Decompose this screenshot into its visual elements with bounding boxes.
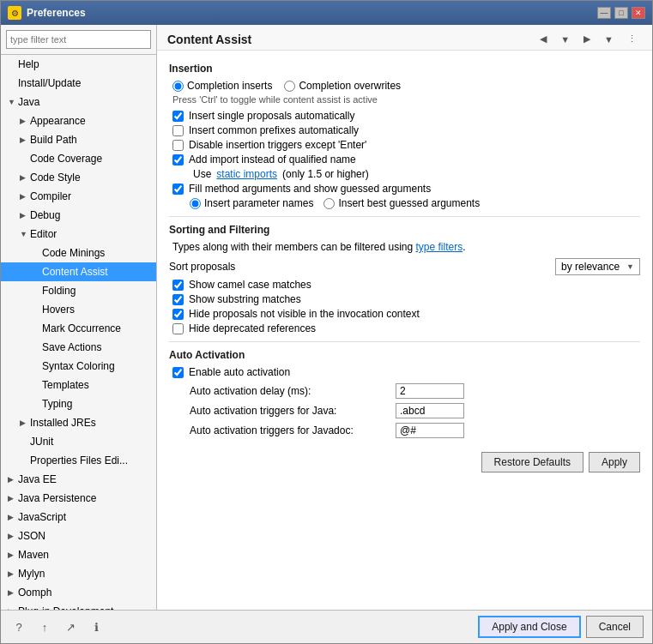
- nav-menu-button[interactable]: ⋮: [622, 32, 642, 46]
- sort-dropdown[interactable]: by relevance ▼: [555, 258, 640, 275]
- insert-common-checkbox[interactable]: [172, 125, 184, 136]
- hide-deprecated-label[interactable]: Hide deprecated references: [189, 322, 316, 334]
- info-icon-button[interactable]: ℹ: [87, 617, 106, 636]
- fill-method-checkbox[interactable]: [172, 184, 184, 195]
- hide-invisible-checkbox[interactable]: [172, 309, 184, 320]
- disable-insertion-row: Disable insertion triggers except 'Enter…: [172, 139, 640, 151]
- maximize-button[interactable]: □: [614, 7, 628, 19]
- bottom-bar: ? ↑ ↗ ℹ Apply and Close Cancel: [1, 610, 652, 643]
- aa-java-label: Auto activation triggers for Java:: [190, 405, 396, 417]
- camel-case-row: Show camel case matches: [172, 279, 640, 291]
- tree-arrow-build-path: ▶: [20, 132, 30, 147]
- type-filters-link[interactable]: type filters: [415, 241, 463, 253]
- tree-item-hovers[interactable]: Hovers: [1, 300, 156, 319]
- main-content: Help Install/Update▼Java▶Appearance▶Buil…: [1, 25, 652, 610]
- insert-single-checkbox[interactable]: [172, 111, 184, 122]
- tree-item-mylyn[interactable]: ▶Mylyn: [1, 564, 156, 583]
- tree-item-installed-jres[interactable]: ▶Installed JREs: [1, 413, 156, 432]
- tree-item-oomph[interactable]: ▶Oomph: [1, 583, 156, 602]
- tree-label-java: Java: [18, 94, 39, 110]
- hide-deprecated-checkbox[interactable]: [172, 323, 184, 334]
- tree-item-folding[interactable]: Folding: [1, 281, 156, 300]
- param-names-radio[interactable]: [190, 198, 201, 209]
- tree-item-junit[interactable]: JUnit: [1, 432, 156, 451]
- tree-label-javascript: JavaScript: [18, 509, 66, 525]
- disable-insertion-checkbox[interactable]: [172, 140, 184, 151]
- camel-case-checkbox[interactable]: [172, 280, 184, 291]
- restore-defaults-button[interactable]: Restore Defaults: [481, 452, 583, 472]
- tree-item-code-minings[interactable]: Code Minings: [1, 244, 156, 262]
- insert-common-label[interactable]: Insert common prefixes automatically: [189, 124, 359, 136]
- sort-value: by relevance: [561, 261, 620, 273]
- tree-label-build-path: Build Path: [30, 132, 77, 147]
- tree-item-maven[interactable]: ▶Maven: [1, 545, 156, 564]
- tree-item-code-coverage[interactable]: Code Coverage: [1, 149, 156, 168]
- export2-icon-button[interactable]: ↗: [61, 617, 80, 636]
- hide-invisible-row: Hide proposals not visible in the invoca…: [172, 308, 640, 320]
- tree-item-javascript[interactable]: ▶JavaScript: [1, 508, 156, 527]
- title-controls: — □ ✕: [597, 7, 645, 19]
- tree-item-help[interactable]: Help: [1, 55, 156, 74]
- tree-item-code-style[interactable]: ▶Code Style: [1, 168, 156, 187]
- disable-insertion-label[interactable]: Disable insertion triggers except 'Enter…: [189, 139, 366, 151]
- export1-icon-button[interactable]: ↑: [35, 617, 54, 636]
- tree-arrow-plugin-development: ▶: [8, 604, 18, 610]
- tree-item-syntax-coloring[interactable]: Syntax Coloring: [1, 357, 156, 376]
- tree-item-debug[interactable]: ▶Debug: [1, 206, 156, 225]
- apply-and-close-button[interactable]: Apply and Close: [478, 616, 580, 638]
- tree-item-mark-occurrence[interactable]: Mark Occurrence: [1, 319, 156, 338]
- completion-inserts-radio[interactable]: [172, 81, 184, 92]
- tree-item-templates[interactable]: Templates: [1, 376, 156, 394]
- fill-method-label[interactable]: Fill method arguments and show guessed a…: [189, 183, 431, 195]
- static-imports-link[interactable]: static imports: [216, 168, 277, 180]
- help-icon-button[interactable]: ?: [9, 617, 28, 636]
- left-panel: Help Install/Update▼Java▶Appearance▶Buil…: [1, 25, 157, 610]
- best-guessed-label[interactable]: Insert best guessed arguments: [323, 197, 480, 209]
- tree-item-compiler[interactable]: ▶Compiler: [1, 187, 156, 206]
- completion-overwrites-radio[interactable]: [284, 81, 295, 92]
- hide-invisible-label[interactable]: Hide proposals not visible in the invoca…: [189, 308, 420, 320]
- tree-item-json[interactable]: ▶JSON: [1, 527, 156, 545]
- add-import-label[interactable]: Add import instead of qualified name: [189, 153, 356, 166]
- tree-item-java-ee[interactable]: ▶Java EE: [1, 470, 156, 489]
- nav-dropdown-button[interactable]: ▼: [555, 33, 575, 46]
- close-button[interactable]: ✕: [632, 7, 645, 19]
- aa-delay-input[interactable]: [396, 383, 464, 399]
- apply-button[interactable]: Apply: [589, 452, 640, 472]
- filter-input[interactable]: [6, 30, 151, 49]
- tree-item-properties-files[interactable]: Properties Files Edi...: [1, 451, 156, 470]
- enable-auto-checkbox[interactable]: [172, 367, 184, 378]
- add-import-checkbox[interactable]: [172, 154, 184, 166]
- aa-java-input[interactable]: [396, 403, 464, 418]
- nav-forward-button[interactable]: ▶: [578, 32, 596, 46]
- cancel-button[interactable]: Cancel: [586, 616, 644, 638]
- nav-dropdown2-button[interactable]: ▼: [599, 33, 619, 46]
- tree-item-plugin-development[interactable]: ▶Plug-in Development: [1, 602, 156, 610]
- tree-label-code-minings: Code Minings: [42, 245, 105, 261]
- tree-item-appearance[interactable]: ▶Appearance: [1, 111, 156, 130]
- tree-item-content-assist[interactable]: Content Assist: [1, 262, 156, 281]
- tree-item-save-actions[interactable]: Save Actions: [1, 338, 156, 357]
- minimize-button[interactable]: —: [597, 7, 611, 19]
- tree-label-oomph: Oomph: [18, 585, 51, 600]
- tree-item-install-update[interactable]: Install/Update: [1, 74, 156, 93]
- substring-label[interactable]: Show substring matches: [189, 293, 301, 305]
- substring-checkbox[interactable]: [172, 294, 184, 305]
- nav-back-button[interactable]: ◀: [535, 32, 552, 46]
- param-names-label[interactable]: Insert parameter names: [190, 197, 313, 209]
- tree-item-java-persistence[interactable]: ▶Java Persistence: [1, 489, 156, 508]
- aa-java-row: Auto activation triggers for Java:: [190, 403, 640, 418]
- completion-inserts-label[interactable]: Completion inserts: [172, 80, 272, 92]
- tree-label-properties-files: Properties Files Edi...: [30, 453, 128, 468]
- enable-auto-label[interactable]: Enable auto activation: [189, 366, 290, 378]
- tree-item-build-path[interactable]: ▶Build Path: [1, 130, 156, 149]
- completion-overwrites-label[interactable]: Completion overwrites: [284, 80, 401, 92]
- camel-case-label[interactable]: Show camel case matches: [189, 279, 311, 291]
- window-icon: ⚙: [8, 6, 21, 20]
- best-guessed-radio[interactable]: [323, 198, 335, 209]
- insert-single-label[interactable]: Insert single proposals automatically: [189, 110, 354, 122]
- tree-item-java[interactable]: ▼Java: [1, 93, 156, 111]
- aa-javadoc-input[interactable]: [396, 423, 464, 438]
- tree-item-editor[interactable]: ▼Editor: [1, 225, 156, 244]
- tree-item-typing[interactable]: Typing: [1, 394, 156, 413]
